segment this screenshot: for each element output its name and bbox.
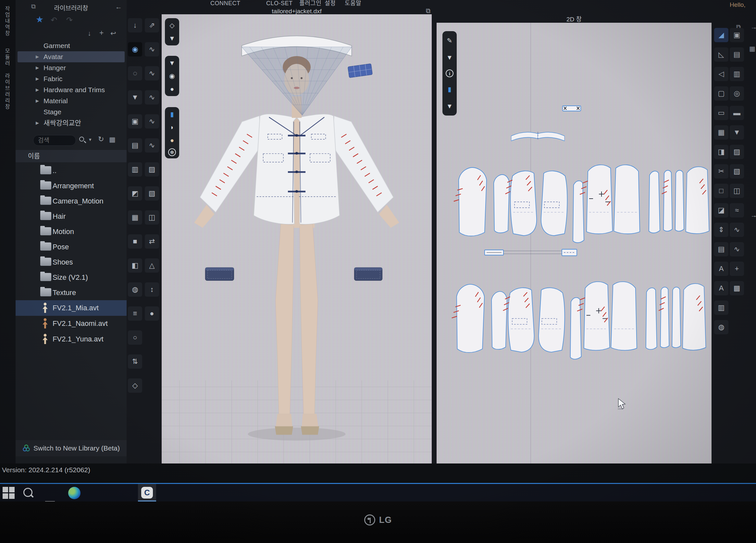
tool-texture-roll-icon[interactable]: ▨ <box>145 162 159 177</box>
avatar-file-mia[interactable]: FV2.1_Mia.avt <box>16 300 127 316</box>
tool-style-line-icon[interactable]: ◇ <box>128 378 142 393</box>
tool-animation-icon[interactable]: ⇗ <box>145 18 159 32</box>
favorites-star-icon[interactable]: ★ <box>36 14 43 25</box>
tool-polygon-icon[interactable]: ▢ <box>714 86 728 101</box>
thumbnail-grid-icon[interactable]: ▦ <box>109 136 116 143</box>
avatar-file-naomi[interactable]: FV2.1_Naomi.avt <box>16 316 127 331</box>
show-pins-icon[interactable]: ◉ <box>167 71 177 81</box>
tool-grading-icon[interactable]: ▥ <box>714 301 728 315</box>
tool-internal-polygon-icon[interactable]: ▦ <box>714 125 728 140</box>
tool-tape-icon[interactable]: ≡ <box>128 306 142 321</box>
switch-new-library-button[interactable]: Switch to New Library (Beta) <box>16 440 127 456</box>
folder-row-hair[interactable]: Hair <box>16 209 127 224</box>
show-3d-pattern-icon[interactable]: ◇ <box>167 20 177 30</box>
menu-clo-set[interactable]: CLO-SET <box>266 0 293 8</box>
tree-item-hanger[interactable]: ▶Hanger <box>16 62 127 73</box>
menu-connect[interactable]: CONNECT <box>210 0 241 8</box>
tool-shirring-icon[interactable]: ∿ <box>730 242 744 256</box>
fabric-view-icon[interactable]: ▮ <box>445 84 454 94</box>
folder-row-pose[interactable]: Pose <box>16 239 127 254</box>
tree-item-stage[interactable]: Stage <box>16 106 127 117</box>
nav-back-icon[interactable]: ↶ <box>51 16 57 25</box>
tool-trim-icon[interactable]: △ <box>145 258 159 273</box>
tool-wrinkle-icon[interactable]: ↕ <box>145 282 159 297</box>
tree-item-hardware-trims[interactable]: ▶Hardware and Trims <box>16 84 127 95</box>
menu-settings[interactable]: 설정 <box>325 0 336 8</box>
tool-zipper-icon[interactable]: ⇄ <box>145 234 159 249</box>
show-avatar-icon[interactable]: ● <box>167 84 177 94</box>
tool-pin-icon[interactable]: ◍ <box>128 282 142 297</box>
edit-pattern-pen-icon[interactable]: ✎ <box>445 36 454 45</box>
tool-free-sew-icon[interactable]: ▤ <box>730 47 744 62</box>
tool-simulate-icon[interactable]: ◉ <box>128 42 142 56</box>
tool-scissors-icon[interactable]: ✂ <box>714 164 728 179</box>
expand-right-panel-icon[interactable]: → <box>750 212 756 219</box>
tool-check-sew-icon[interactable]: ◎ <box>730 86 744 101</box>
menu-help[interactable]: 도움말 <box>345 0 361 8</box>
tool-dart-icon[interactable]: ◨ <box>714 145 728 159</box>
tool-seam-allowance-icon[interactable]: ◪ <box>714 203 728 217</box>
tool-sewing-curve-2-icon[interactable]: ∿ <box>145 66 159 80</box>
avatar-file-yuna[interactable]: FV2.1_Yuna.avt <box>16 331 127 347</box>
pattern-row-top[interactable] <box>454 165 709 243</box>
tool-ruler-horizontal-icon[interactable]: ▤ <box>714 242 728 256</box>
taskbar-search-icon[interactable] <box>22 487 34 499</box>
tool-mn-sew-icon[interactable]: ▥ <box>730 67 744 81</box>
tool-edit-curvature-icon[interactable]: ◁ <box>714 67 728 81</box>
tool-pattern-mesh-icon[interactable]: ▧ <box>730 164 744 179</box>
folder-row-texture[interactable]: Texture <box>16 285 127 300</box>
nav-forward-icon[interactable]: ↷ <box>66 16 73 25</box>
tool-texture-editor-icon[interactable]: ▨ <box>730 145 744 159</box>
tool-select-mesh-icon[interactable]: ◌ <box>128 66 142 80</box>
pattern-collar-pieces[interactable] <box>511 106 581 141</box>
tool-sewing-curve-3-icon[interactable]: ∿ <box>145 90 159 105</box>
show-garment-icon[interactable]: ▼ <box>167 58 177 68</box>
show-garment-fit-icon[interactable]: ▼ <box>167 33 177 43</box>
edge-browser-icon[interactable] <box>68 487 81 499</box>
tool-sew-segment-icon[interactable]: ▣ <box>128 114 142 129</box>
menu-plugin[interactable]: 플러그인 <box>299 0 321 8</box>
tool-text-icon[interactable]: A <box>714 262 728 276</box>
tool-elastic-icon[interactable]: ∿ <box>730 223 744 237</box>
tool-puffer-icon[interactable]: ▩ <box>730 281 744 295</box>
folder-row-up[interactable]: .. <box>16 163 127 178</box>
lock-garment-icon[interactable]: ▼ <box>445 101 454 111</box>
tool-patch-icon[interactable]: + <box>730 262 744 276</box>
tool-import-icon[interactable]: ↓ <box>128 18 142 32</box>
panel-arrow-icon[interactable]: → <box>750 23 756 31</box>
tool-trace-icon[interactable]: □ <box>714 184 728 198</box>
tool-solidify-icon[interactable]: ■ <box>128 234 142 249</box>
folder-row-arrangement[interactable]: Arrangement <box>16 178 127 193</box>
folder-row-camera-motion[interactable]: Camera_Motion <box>16 193 127 209</box>
grid-view-icon[interactable]: ▦ <box>749 45 755 53</box>
tree-item-fabric[interactable]: ▶Fabric <box>16 73 127 84</box>
detach-3d-window-icon[interactable]: ⧉ <box>426 7 430 15</box>
add-icon[interactable]: + <box>99 29 104 37</box>
tool-fitting-icon[interactable]: ● <box>145 306 159 321</box>
folder-row-motion[interactable]: Motion <box>16 224 127 239</box>
tool-baseline-icon[interactable]: ≈ <box>730 203 744 217</box>
tool-sewing-curve-1-icon[interactable]: ∿ <box>145 42 159 56</box>
tool-rectangle-icon[interactable]: ▭ <box>714 106 728 120</box>
tab-modular-library[interactable]: 모듈러 라이브러리창 <box>3 48 11 110</box>
tool-flatten-icon[interactable]: ⇅ <box>128 354 142 369</box>
refresh-icon[interactable]: ↻ <box>98 136 104 143</box>
search-input[interactable] <box>33 135 76 146</box>
collapse-panel-icon[interactable]: ← <box>115 3 122 10</box>
show-garment-2d-icon[interactable]: ▼ <box>445 53 454 62</box>
tool-button-icon[interactable]: ◫ <box>145 210 159 225</box>
show-globe-icon[interactable]: ⊕ <box>168 148 176 156</box>
pattern-row-bottom[interactable] <box>452 282 706 359</box>
tool-transform-pattern-icon[interactable]: ◢ <box>714 28 728 42</box>
search-caret-icon[interactable]: ▾ <box>89 137 92 142</box>
tool-select-garment-icon[interactable]: ▼ <box>128 90 142 105</box>
folder-row-shoes[interactable]: Shoes <box>16 254 127 270</box>
tool-sewing-curve-4-icon[interactable]: ∿ <box>145 114 159 129</box>
tab-work-history[interactable]: 작업내역창 <box>3 6 11 37</box>
show-head-icon[interactable]: ● <box>167 135 177 145</box>
tool-text-style-icon[interactable]: A <box>714 281 728 295</box>
tool-fold-icon[interactable]: ◧ <box>128 258 142 273</box>
name-column-header[interactable]: 이름 <box>16 150 127 162</box>
tool-arrangement-points-icon[interactable]: ▦ <box>128 210 142 225</box>
tool-sew-edit-icon[interactable]: ▥ <box>128 162 142 177</box>
